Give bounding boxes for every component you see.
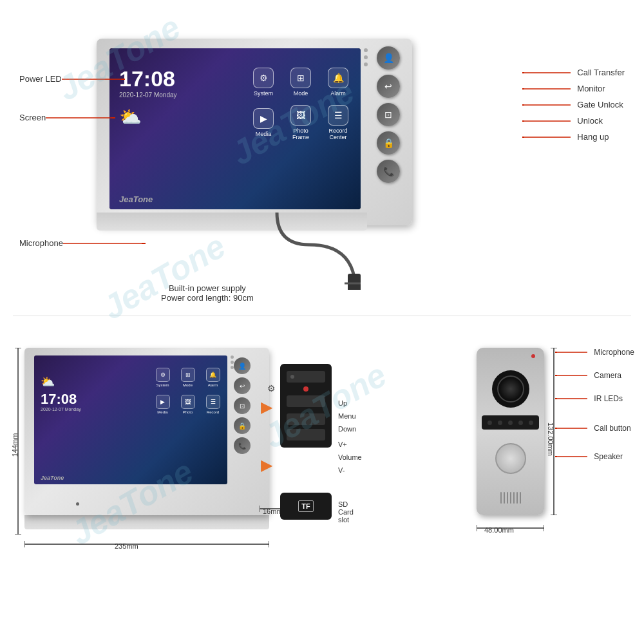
label-monitor: Monitor <box>522 84 605 93</box>
svg-point-7 <box>111 117 115 118</box>
led-1 <box>364 55 368 59</box>
doorbell-camera-housing <box>492 370 529 408</box>
doorbell-label-callbtn-text: Call button <box>594 424 630 433</box>
monitor-small-stand <box>24 515 269 529</box>
small-weather-icon: ⛅ <box>41 375 55 389</box>
small-side-buttons: 👤 ↩ ⊡ 🔒 📞 <box>234 357 251 454</box>
btn-gate-unlock[interactable]: ⊡ <box>377 103 400 126</box>
doorbell-label-callbtn: Call button <box>555 424 634 433</box>
brand-label-screen: JeaTone <box>119 194 153 204</box>
menu-red-dot <box>303 386 308 392</box>
btn-hang-up[interactable]: 📞 <box>377 160 400 183</box>
vminus-button[interactable] <box>287 429 325 440</box>
app-icon-media: ▶ Media <box>247 105 279 140</box>
label-down: Down <box>338 425 362 433</box>
ir-led-2 <box>498 421 502 425</box>
doorbell-label-camera: Camera <box>555 371 634 380</box>
svg-rect-0 <box>348 274 361 290</box>
app-label-record: Record Center <box>322 128 354 140</box>
led-2 <box>364 62 368 66</box>
led-0 <box>364 48 368 52</box>
label-gate-unlock: Gate Unlock <box>522 100 623 109</box>
bottom-label-2: Power cord length: 90cm <box>161 293 254 303</box>
app-icon-alarm: 🔔 Alarm <box>322 64 354 100</box>
bottom-section: 144mm ⛅ 17:08 2020-12-07 Monday ⚙System … <box>0 328 644 644</box>
doorbell-label-ir: IR LEDs <box>555 394 634 403</box>
label-volume: Volume <box>338 453 362 461</box>
doorbell-device <box>477 348 544 515</box>
btn-call-transfer[interactable]: 👤 <box>377 46 400 70</box>
up-btn-dot <box>290 375 294 379</box>
arrow-to-panel-bottom: ▶ <box>261 457 272 474</box>
app-label-photoframe: Photo Frame <box>285 128 317 140</box>
doorbell-label-mic-text: Microphone <box>594 348 634 357</box>
led-indicator-group <box>364 48 368 66</box>
doorbell-labels: Microphone Camera IR LEDs Call button Sp… <box>555 348 634 461</box>
monitor-small-screen: ⛅ 17:08 2020-12-07 Monday ⚙System ⊞Mode … <box>34 355 227 484</box>
menu-panel-body <box>280 364 332 448</box>
small-date: 2020-12-07 Monday <box>41 407 81 412</box>
monitor-small-body: ⛅ 17:08 2020-12-07 Monday ⚙System ⊞Mode … <box>24 348 269 515</box>
doorbell-dim-height-text: 132.00mm <box>547 422 554 456</box>
label-screen: Screen <box>19 113 117 122</box>
doorbell-call-button[interactable] <box>495 443 526 474</box>
label-text-power-led: Power LED <box>19 74 62 84</box>
app-icon-record: ☰ Record Center <box>322 105 354 140</box>
small-btn-call-transfer[interactable]: 👤 <box>234 357 251 374</box>
doorbell-ir-strip <box>482 415 539 430</box>
sd-panel-body: TF <box>280 493 332 520</box>
app-label-alarm: Alarm <box>330 90 346 97</box>
small-app-mode: ⊞Mode <box>176 365 199 390</box>
ir-led-3 <box>508 421 513 425</box>
small-app-record: ☰Record <box>202 392 224 417</box>
small-app-system: ⚙System <box>151 365 174 390</box>
label-menu: Menu <box>338 412 362 420</box>
small-btn-unlock[interactable]: 🔒 <box>234 417 251 434</box>
app-label-media: Media <box>256 131 272 137</box>
vplus-button[interactable] <box>287 413 325 425</box>
label-power-led: Power LED <box>19 74 126 84</box>
svg-point-5 <box>121 79 125 80</box>
label-text-microphone: Microphone <box>19 238 63 248</box>
up-button[interactable] <box>287 371 325 383</box>
label-unlock: Unlock <box>522 116 603 126</box>
small-app-alarm: 🔔Alarm <box>202 365 224 390</box>
label-text-hang-up: Hang up <box>577 132 609 142</box>
dim-line-width <box>24 538 269 551</box>
app-icon-photoframe: 🖼 Photo Frame <box>285 105 317 140</box>
small-icons-grid: ⚙System ⊞Mode 🔔Alarm ▶Media 🖼Photo ☰Reco… <box>151 365 224 417</box>
small-brand: JeaTone <box>41 475 64 481</box>
btn-monitor[interactable]: ↩ <box>377 75 400 98</box>
small-btn-monitor[interactable]: ↩ <box>234 377 251 394</box>
svg-point-9 <box>142 243 146 244</box>
app-label-system: System <box>254 90 273 97</box>
doorbell-label-camera-text: Camera <box>594 371 621 380</box>
small-screen-content: ⛅ 17:08 2020-12-07 Monday ⚙System ⊞Mode … <box>34 355 227 484</box>
doorbell-label-speaker-text: Speaker <box>594 452 623 461</box>
label-microphone: Microphone <box>19 238 147 248</box>
app-icons-grid: ⚙ System ⊞ Mode 🔔 Alarm ▶ Media <box>247 64 354 140</box>
small-btn-hang-up[interactable]: 📞 <box>234 437 251 454</box>
bottom-monitor: ⛅ 17:08 2020-12-07 Monday ⚙System ⊞Mode … <box>24 348 269 529</box>
menu-labels-group: Up Menu Down V+ Volume V- <box>338 399 362 474</box>
label-text-unlock: Unlock <box>577 116 603 126</box>
down-button[interactable] <box>287 395 325 407</box>
label-text-gate-unlock: Gate Unlock <box>577 100 623 109</box>
sd-panel-container: TF SD Card slot <box>280 493 332 520</box>
label-up: Up <box>338 399 362 407</box>
btn-unlock[interactable]: 🔒 <box>377 131 400 155</box>
small-app-media: ▶Media <box>151 392 174 417</box>
monitor-screen: 17:08 2020-12-07 Monday ⛅ ⚙ System ⊞ Mod… <box>109 48 361 209</box>
doorbell-label-ir-text: IR LEDs <box>594 394 623 403</box>
top-section: 17:08 2020-12-07 Monday ⛅ ⚙ System ⊞ Mod… <box>19 39 625 316</box>
doorbell-speaker <box>500 492 521 504</box>
exploded-panels: ⚙ Up Menu Down V+ Volume V- <box>280 364 332 460</box>
label-hang-up: Hang up <box>522 132 609 142</box>
monitor-mic-dot <box>76 502 79 506</box>
small-btn-gate-unlock[interactable]: ⊡ <box>234 397 251 414</box>
time-value: 17:08 <box>119 68 177 90</box>
doorbell-dim-width-text: 48.00mm <box>484 526 514 534</box>
right-labels-group: Call Transfer Monitor Gate Unlock Unlock… <box>522 68 625 142</box>
sd-text: SD Card slot <box>338 500 354 524</box>
label-call-transfer: Call Transfer <box>522 68 625 77</box>
